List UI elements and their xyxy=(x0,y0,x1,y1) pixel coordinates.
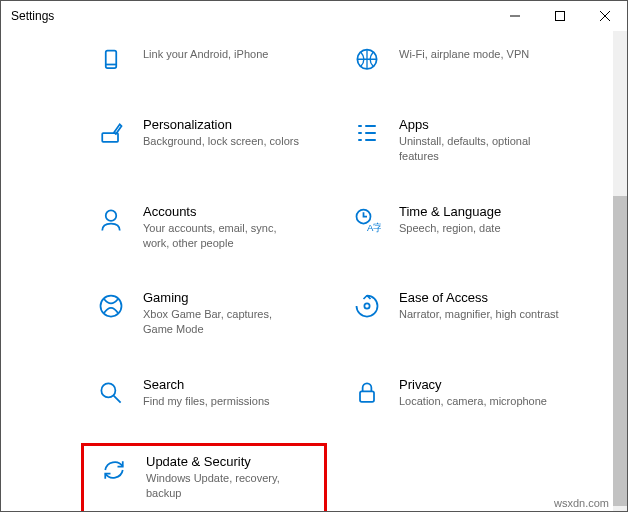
svg-text:A字: A字 xyxy=(367,221,381,232)
tile-title: Ease of Access xyxy=(399,290,559,305)
tile-title: Accounts xyxy=(143,204,303,219)
tile-title: Privacy xyxy=(399,377,547,392)
tile-title: Gaming xyxy=(143,290,303,305)
tile-time-language[interactable]: A字 Time & Language Speech, region, date xyxy=(347,198,583,257)
svg-point-4 xyxy=(106,210,117,221)
tile-desc: Location, camera, microphone xyxy=(399,394,547,409)
settings-home: Link your Android, iPhone Wi-Fi, airplan… xyxy=(1,31,613,511)
svg-point-8 xyxy=(364,304,369,309)
globe-icon xyxy=(351,45,383,77)
tile-title: Update & Security xyxy=(146,454,306,469)
person-icon xyxy=(95,204,127,236)
tile-ease-of-access[interactable]: Ease of Access Narrator, magnifier, high… xyxy=(347,284,583,343)
lock-icon xyxy=(351,377,383,409)
minimize-button[interactable] xyxy=(492,1,537,31)
paintbrush-icon xyxy=(95,117,127,149)
tile-desc: Wi-Fi, airplane mode, VPN xyxy=(399,47,529,62)
tile-desc: Uninstall, defaults, optional features xyxy=(399,134,559,164)
close-icon xyxy=(600,11,610,21)
maximize-button[interactable] xyxy=(537,1,582,31)
scrollbar-track[interactable] xyxy=(613,31,627,511)
minimize-icon xyxy=(510,11,520,21)
maximize-icon xyxy=(555,11,565,21)
tile-network[interactable]: Wi-Fi, airplane mode, VPN xyxy=(347,39,583,83)
window-title: Settings xyxy=(11,9,54,23)
tile-phone[interactable]: Link your Android, iPhone xyxy=(91,39,327,83)
tile-update-security[interactable]: Update & Security Windows Update, recove… xyxy=(81,443,327,511)
settings-grid: Link your Android, iPhone Wi-Fi, airplan… xyxy=(91,31,583,511)
tile-desc: Xbox Game Bar, captures, Game Mode xyxy=(143,307,303,337)
window-controls xyxy=(492,1,627,31)
tile-privacy[interactable]: Privacy Location, camera, microphone xyxy=(347,371,583,415)
tile-title: Personalization xyxy=(143,117,299,132)
sync-icon xyxy=(98,454,130,486)
tile-desc: Windows Update, recovery, backup xyxy=(146,471,306,501)
svg-point-9 xyxy=(101,383,115,397)
tile-accounts[interactable]: Accounts Your accounts, email, sync, wor… xyxy=(91,198,327,257)
tile-title: Search xyxy=(143,377,270,392)
xbox-icon xyxy=(95,290,127,322)
tile-desc: Speech, region, date xyxy=(399,221,501,236)
watermark: wsxdn.com xyxy=(552,497,611,509)
titlebar: Settings xyxy=(1,1,627,31)
close-button[interactable] xyxy=(582,1,627,31)
scrollbar-thumb[interactable] xyxy=(613,196,627,506)
apps-list-icon xyxy=(351,117,383,149)
tile-desc: Your accounts, email, sync, work, other … xyxy=(143,221,303,251)
phone-icon xyxy=(95,45,127,77)
tile-desc: Find my files, permissions xyxy=(143,394,270,409)
time-language-icon: A字 xyxy=(351,204,383,236)
search-icon xyxy=(95,377,127,409)
tile-search[interactable]: Search Find my files, permissions xyxy=(91,371,327,415)
tile-title: Time & Language xyxy=(399,204,501,219)
tile-gaming[interactable]: Gaming Xbox Game Bar, captures, Game Mod… xyxy=(91,284,327,343)
tile-apps[interactable]: Apps Uninstall, defaults, optional featu… xyxy=(347,111,583,170)
svg-rect-10 xyxy=(360,391,374,402)
ease-of-access-icon xyxy=(351,290,383,322)
tile-personalization[interactable]: Personalization Background, lock screen,… xyxy=(91,111,327,170)
svg-rect-0 xyxy=(555,12,564,21)
tile-desc: Link your Android, iPhone xyxy=(143,47,268,62)
tile-title: Apps xyxy=(399,117,559,132)
tile-desc: Background, lock screen, colors xyxy=(143,134,299,149)
tile-desc: Narrator, magnifier, high contrast xyxy=(399,307,559,322)
svg-point-7 xyxy=(101,296,122,317)
